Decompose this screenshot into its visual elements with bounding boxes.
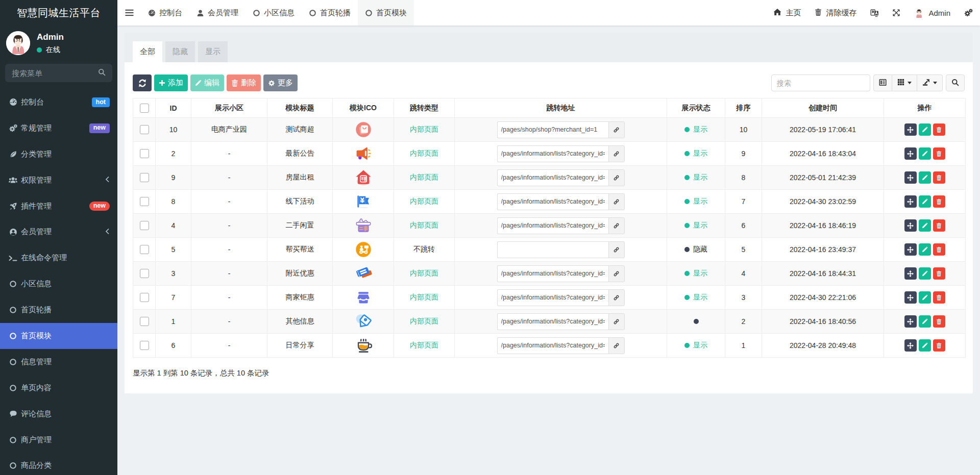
settings-gears-icon[interactable] xyxy=(964,9,973,17)
link-button[interactable] xyxy=(608,241,625,258)
row-checkbox[interactable] xyxy=(140,245,149,254)
row-edit-button[interactable] xyxy=(919,339,931,352)
link-button[interactable] xyxy=(608,145,625,162)
row-edit-button[interactable] xyxy=(919,147,931,160)
sidebar-item[interactable]: 小区信息 xyxy=(0,271,117,297)
row-edit-button[interactable] xyxy=(919,243,931,256)
drag-sort-button[interactable] xyxy=(904,147,917,160)
filter-tab[interactable]: 隐藏 xyxy=(165,41,195,62)
row-delete-button[interactable] xyxy=(933,195,945,208)
drag-sort-button[interactable] xyxy=(904,315,917,328)
search-toggle-button[interactable] xyxy=(946,74,965,91)
sidebar-item[interactable]: 会员管理 xyxy=(0,219,117,245)
row-edit-button[interactable] xyxy=(919,195,931,208)
sidebar-item[interactable]: 首页模块 xyxy=(0,323,117,349)
sidebar-item[interactable]: 插件管理new xyxy=(0,193,117,219)
sidebar-item[interactable]: 单页内容 xyxy=(0,375,117,401)
topbar-tab[interactable]: 会员管理 xyxy=(189,0,246,26)
row-edit-button[interactable] xyxy=(919,219,931,232)
topbar-tab[interactable]: 控制台 xyxy=(141,0,189,26)
home-link[interactable]: 主页 xyxy=(773,8,801,18)
jump-url-input[interactable] xyxy=(497,289,608,306)
edit-button[interactable]: 编辑 xyxy=(190,74,224,91)
table-search-input[interactable] xyxy=(771,74,870,91)
drag-sort-button[interactable] xyxy=(904,267,917,280)
sidebar-search-input[interactable] xyxy=(12,69,98,78)
sidebar-item[interactable]: 信息管理 xyxy=(0,349,117,375)
row-checkbox[interactable] xyxy=(140,173,149,182)
select-all-checkbox[interactable] xyxy=(140,104,149,113)
row-edit-button[interactable] xyxy=(919,291,931,304)
drag-sort-button[interactable] xyxy=(904,291,917,304)
row-delete-button[interactable] xyxy=(933,339,945,352)
sidebar-item[interactable]: 常规管理new xyxy=(0,115,117,141)
sidebar-item[interactable]: 商户管理 xyxy=(0,427,117,453)
add-button[interactable]: 添加 xyxy=(154,74,188,91)
drag-sort-button[interactable] xyxy=(904,339,917,352)
row-delete-button[interactable] xyxy=(933,291,945,304)
link-button[interactable] xyxy=(608,121,625,138)
search-icon[interactable] xyxy=(98,68,106,78)
user-menu[interactable]: Admin xyxy=(914,8,950,18)
row-checkbox[interactable] xyxy=(140,149,149,158)
clear-cache-link[interactable]: 清除缓存 xyxy=(815,8,856,18)
row-checkbox[interactable] xyxy=(140,293,149,302)
export-button[interactable] xyxy=(917,74,943,91)
row-checkbox[interactable] xyxy=(140,341,149,350)
row-checkbox[interactable] xyxy=(140,125,149,134)
jump-url-input[interactable] xyxy=(497,265,608,282)
link-button[interactable] xyxy=(608,217,625,234)
language-switch-icon[interactable] xyxy=(870,9,879,17)
jump-url-input[interactable] xyxy=(497,241,608,258)
refresh-button[interactable] xyxy=(133,74,152,91)
row-delete-button[interactable] xyxy=(933,267,945,280)
jump-url-input[interactable] xyxy=(497,217,608,234)
row-delete-button[interactable] xyxy=(933,219,945,232)
row-delete-button[interactable] xyxy=(933,315,945,328)
detail-view-button[interactable] xyxy=(873,74,892,91)
columns-button[interactable] xyxy=(892,74,917,91)
filter-tab[interactable]: 显示 xyxy=(198,41,228,62)
menu-toggle-icon[interactable] xyxy=(117,0,141,26)
link-button[interactable] xyxy=(608,337,625,354)
sidebar-item[interactable]: 商品分类 xyxy=(0,453,117,475)
drag-sort-button[interactable] xyxy=(904,243,917,256)
sidebar-item[interactable]: 在线命令管理 xyxy=(0,245,117,271)
link-button[interactable] xyxy=(608,313,625,330)
row-delete-button[interactable] xyxy=(933,171,945,184)
topbar-tab[interactable]: 首页轮播 xyxy=(302,0,358,26)
row-edit-button[interactable] xyxy=(919,171,931,184)
fullscreen-icon[interactable] xyxy=(893,9,900,16)
drag-sort-button[interactable] xyxy=(904,171,917,184)
row-checkbox[interactable] xyxy=(140,269,149,278)
row-checkbox[interactable] xyxy=(140,221,149,230)
row-delete-button[interactable] xyxy=(933,147,945,160)
link-button[interactable] xyxy=(608,289,625,306)
row-edit-button[interactable] xyxy=(919,123,931,136)
drag-sort-button[interactable] xyxy=(904,123,917,136)
sidebar-item[interactable]: 首页轮播 xyxy=(0,297,117,323)
row-edit-button[interactable] xyxy=(919,315,931,328)
delete-button[interactable]: 删除 xyxy=(227,74,261,91)
jump-url-input[interactable] xyxy=(497,145,608,162)
jump-url-input[interactable] xyxy=(497,169,608,186)
link-button[interactable] xyxy=(608,265,625,282)
sidebar-item[interactable]: 权限管理 xyxy=(0,167,117,193)
topbar-tab[interactable]: 首页模块 xyxy=(358,0,414,26)
row-edit-button[interactable] xyxy=(919,267,931,280)
drag-sort-button[interactable] xyxy=(904,219,917,232)
drag-sort-button[interactable] xyxy=(904,195,917,208)
jump-url-input[interactable] xyxy=(497,121,608,138)
link-button[interactable] xyxy=(608,169,625,186)
row-checkbox[interactable] xyxy=(140,197,149,206)
jump-url-input[interactable] xyxy=(497,337,608,354)
topbar-tab[interactable]: 小区信息 xyxy=(246,0,302,26)
jump-url-input[interactable] xyxy=(497,313,608,330)
sidebar-item[interactable]: 评论信息 xyxy=(0,401,117,427)
more-button[interactable]: 更多 xyxy=(263,74,298,91)
filter-tab[interactable]: 全部 xyxy=(133,41,162,62)
sidebar-item[interactable]: 分类管理 xyxy=(0,141,117,167)
row-delete-button[interactable] xyxy=(933,243,945,256)
sidebar-item[interactable]: 控制台hot xyxy=(0,89,117,115)
row-delete-button[interactable] xyxy=(933,123,945,136)
